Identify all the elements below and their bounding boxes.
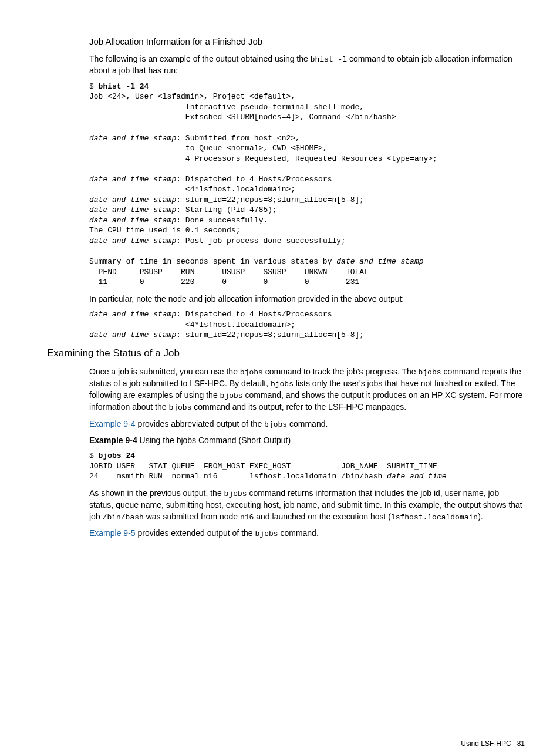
p2a: As shown in the previous output, the xyxy=(89,488,224,498)
intro-text-1: The following is an example of the outpu… xyxy=(89,54,311,63)
status-paragraph-1: Once a job is submitted, you can use the… xyxy=(89,366,525,414)
page-footer: Using LSF-HPC 81 xyxy=(47,739,525,746)
note-paragraph: In particular, note the node and job all… xyxy=(89,293,525,305)
p2d: and launched on the execution host ( xyxy=(254,512,391,521)
code-block-3: $ bjobs 24 JOBID USER STAT QUEUE FROM_HO… xyxy=(89,451,525,482)
n16: n16 xyxy=(240,513,254,522)
ex95rest2: command. xyxy=(278,528,319,538)
ex95-intro: Example 9-5 provides extended output of … xyxy=(89,528,525,539)
intro-paragraph: The following is an example of the outpu… xyxy=(89,53,525,77)
binbash: /bin/bash xyxy=(103,513,144,522)
section-title-2: Examining the Status of a Job xyxy=(47,346,525,360)
bjobs-7: bjobs xyxy=(224,490,247,498)
example-9-4-label: Example 9-4 xyxy=(89,436,137,445)
bjobs-3: bjobs xyxy=(271,380,294,389)
bjobs-8: bjobs xyxy=(255,529,278,538)
bjobs-6: bjobs xyxy=(264,420,287,429)
bjobs-2: bjobs xyxy=(418,368,441,377)
bjobs-1: bjobs xyxy=(240,368,263,377)
footer-label: Using LSF-HPC xyxy=(461,740,511,746)
ex94-intro: Example 9-4 provides abbreviated output … xyxy=(89,418,525,430)
code-block-2: date and time stamp: Dispatched to 4 Hos… xyxy=(89,309,525,340)
ex94rest: provides abbreviated output of the xyxy=(136,419,264,428)
example-9-5-link[interactable]: Example 9-5 xyxy=(89,528,136,538)
p1f: command and its output, refer to the LSF… xyxy=(191,402,406,411)
section-title-1: Job Allocation Information for a Finishe… xyxy=(89,35,525,48)
example-9-4-caption: Example 9-4 Using the bjobs Command (Sho… xyxy=(89,435,525,447)
ex94caption: Using the bjobs Command (Short Output) xyxy=(137,436,291,445)
p1a: Once a job is submitted, you can use the xyxy=(89,367,240,376)
code-block-1: $ bhist -l 24 Job <24>, User <lsfadmin>,… xyxy=(89,82,525,288)
p1b: command to track the job's progress. The xyxy=(263,367,419,376)
bjobs-4: bjobs xyxy=(220,391,243,400)
lsfhost: lsfhost.localdomain xyxy=(391,513,478,522)
status-paragraph-2: As shown in the previous output, the bjo… xyxy=(89,488,525,523)
ex95rest: provides extended output of the xyxy=(136,528,255,538)
intro-cmd: bhist -l xyxy=(311,55,347,64)
ex94rest2: command. xyxy=(287,419,328,428)
example-9-4-link[interactable]: Example 9-4 xyxy=(89,419,136,428)
bjobs-5: bjobs xyxy=(168,403,191,412)
p2e: ). xyxy=(478,512,483,521)
page-number: 81 xyxy=(517,740,525,746)
p2c: was submitted from node xyxy=(144,512,240,521)
